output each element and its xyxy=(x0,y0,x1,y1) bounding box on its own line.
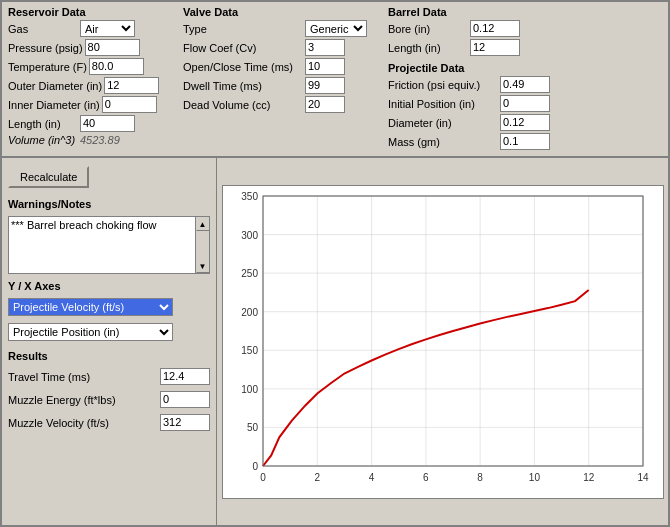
init-pos-label: Initial Position (in) xyxy=(388,98,498,110)
proj-dia-row: Diameter (in) xyxy=(388,114,558,131)
flow-coef-label: Flow Coef (Cv) xyxy=(183,42,303,54)
inner-dia-row: Inner Diameter (in) xyxy=(8,96,173,113)
svg-text:4: 4 xyxy=(368,472,374,483)
barrel-length-label: Length (in) xyxy=(388,42,468,54)
barrel-projectile-panel: Barrel Data Bore (in) Length (in) Projec… xyxy=(388,6,558,152)
muzzle-energy-row: Muzzle Energy (ft*lbs) xyxy=(8,391,210,408)
warnings-title: Warnings/Notes xyxy=(8,198,210,210)
svg-text:10: 10 xyxy=(528,472,540,483)
gas-label: Gas xyxy=(8,23,78,35)
temperature-row: Temperature (F) xyxy=(8,58,173,75)
scroll-down-button[interactable]: ▼ xyxy=(196,259,210,273)
bore-row: Bore (in) xyxy=(388,20,558,37)
friction-input[interactable] xyxy=(500,76,550,93)
open-close-label: Open/Close Time (ms) xyxy=(183,61,303,73)
projectile-title: Projectile Data xyxy=(388,62,558,74)
init-pos-input[interactable] xyxy=(500,95,550,112)
muzzle-velocity-label: Muzzle Velocity (ft/s) xyxy=(8,417,109,429)
travel-time-row: Travel Time (ms) xyxy=(8,368,210,385)
svg-text:350: 350 xyxy=(241,191,258,202)
dead-vol-label: Dead Volume (cc) xyxy=(183,99,303,111)
chart-svg: 0 50 100 150 200 250 300 350 0 2 4 6 8 1… xyxy=(223,186,663,496)
barrel-length-input[interactable] xyxy=(470,39,520,56)
svg-text:250: 250 xyxy=(241,268,258,279)
proj-dia-label: Diameter (in) xyxy=(388,117,498,129)
res-length-label: Length (in) xyxy=(8,118,78,130)
travel-time-label: Travel Time (ms) xyxy=(8,371,90,383)
res-length-row: Length (in) xyxy=(8,115,173,132)
pressure-label: Pressure (psig) xyxy=(8,42,83,54)
muzzle-energy-value[interactable] xyxy=(160,391,210,408)
left-panel: Recalculate Warnings/Notes *** Barrel br… xyxy=(2,158,217,525)
temperature-input[interactable] xyxy=(89,58,144,75)
svg-text:200: 200 xyxy=(241,307,258,318)
svg-text:100: 100 xyxy=(241,384,258,395)
outer-dia-label: Outer Diameter (in) xyxy=(8,80,102,92)
muzzle-energy-label: Muzzle Energy (ft*lbs) xyxy=(8,394,116,406)
svg-text:14: 14 xyxy=(637,472,649,483)
inner-dia-label: Inner Diameter (in) xyxy=(8,99,100,111)
chart-area: 0 50 100 150 200 250 300 350 0 2 4 6 8 1… xyxy=(217,158,668,525)
valve-type-select[interactable]: Generic xyxy=(305,20,367,37)
svg-text:6: 6 xyxy=(423,472,429,483)
warnings-scrollbar: ▲ ▼ xyxy=(195,217,209,273)
barrel-length-row: Length (in) xyxy=(388,39,558,56)
valve-title: Valve Data xyxy=(183,6,378,18)
svg-text:8: 8 xyxy=(477,472,483,483)
dwell-row: Dwell Time (ms) xyxy=(183,77,378,94)
volume-label: Volume (in^3) xyxy=(8,134,78,146)
svg-text:12: 12 xyxy=(583,472,595,483)
inner-dia-input[interactable] xyxy=(102,96,157,113)
warnings-text: *** Barrel breach choking flow xyxy=(11,219,207,231)
mass-input[interactable] xyxy=(500,133,550,150)
recalculate-button[interactable]: Recalculate xyxy=(8,166,89,188)
res-length-input[interactable] xyxy=(80,115,135,132)
dead-vol-input[interactable] xyxy=(305,96,345,113)
gas-select[interactable]: Air xyxy=(80,20,135,37)
valve-type-label: Type xyxy=(183,23,303,35)
pressure-row: Pressure (psig) xyxy=(8,39,173,56)
valve-panel: Valve Data Type Generic Flow Coef (Cv) O… xyxy=(183,6,378,152)
bottom-section: Recalculate Warnings/Notes *** Barrel br… xyxy=(2,158,668,525)
outer-dia-input[interactable] xyxy=(104,77,159,94)
volume-value: 4523.89 xyxy=(80,134,120,146)
reservoir-title: Reservoir Data xyxy=(8,6,173,18)
chart-container: 0 50 100 150 200 250 300 350 0 2 4 6 8 1… xyxy=(222,185,664,499)
reservoir-panel: Reservoir Data Gas Air Pressure (psig) T… xyxy=(8,6,173,152)
scroll-up-button[interactable]: ▲ xyxy=(196,217,210,231)
travel-time-value[interactable] xyxy=(160,368,210,385)
proj-dia-input[interactable] xyxy=(500,114,550,131)
top-data-section: Reservoir Data Gas Air Pressure (psig) T… xyxy=(2,2,668,157)
valve-type-row: Type Generic xyxy=(183,20,378,37)
bore-input[interactable] xyxy=(470,20,520,37)
dwell-label: Dwell Time (ms) xyxy=(183,80,303,92)
barrel-title: Barrel Data xyxy=(388,6,558,18)
x-axis-select[interactable]: Projectile Position (in)Time (ms) xyxy=(8,323,173,341)
open-close-row: Open/Close Time (ms) xyxy=(183,58,378,75)
temperature-label: Temperature (F) xyxy=(8,61,87,73)
dead-vol-row: Dead Volume (cc) xyxy=(183,96,378,113)
mass-row: Mass (gm) xyxy=(388,133,558,150)
flow-coef-input[interactable] xyxy=(305,39,345,56)
mass-label: Mass (gm) xyxy=(388,136,498,148)
bore-label: Bore (in) xyxy=(388,23,468,35)
warnings-box: *** Barrel breach choking flow ▲ ▼ xyxy=(8,216,210,274)
gas-row: Gas Air xyxy=(8,20,173,37)
muzzle-velocity-value[interactable] xyxy=(160,414,210,431)
svg-text:300: 300 xyxy=(241,230,258,241)
svg-text:50: 50 xyxy=(246,422,258,433)
init-pos-row: Initial Position (in) xyxy=(388,95,558,112)
svg-text:150: 150 xyxy=(241,345,258,356)
open-close-input[interactable] xyxy=(305,58,345,75)
svg-text:2: 2 xyxy=(314,472,320,483)
results-title: Results xyxy=(8,350,210,362)
dwell-input[interactable] xyxy=(305,77,345,94)
outer-dia-row: Outer Diameter (in) xyxy=(8,77,173,94)
main-window: Reservoir Data Gas Air Pressure (psig) T… xyxy=(0,0,670,527)
muzzle-velocity-row: Muzzle Velocity (ft/s) xyxy=(8,414,210,431)
pressure-input[interactable] xyxy=(85,39,140,56)
svg-text:0: 0 xyxy=(260,472,266,483)
volume-row: Volume (in^3) 4523.89 xyxy=(8,134,173,146)
y-axis-select[interactable]: Projectile Velocity (ft/s)Projectile Pos… xyxy=(8,298,173,316)
friction-row: Friction (psi equiv.) xyxy=(388,76,558,93)
